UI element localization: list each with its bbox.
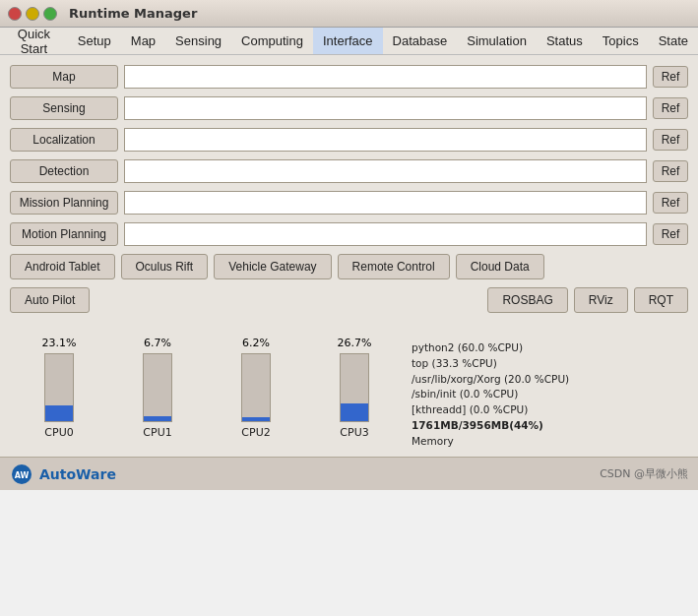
vehicle-gateway-button[interactable]: Vehicle Gateway: [214, 254, 331, 279]
mission-planning-ref-button[interactable]: Ref: [653, 192, 688, 214]
sensing-ref-button[interactable]: Ref: [653, 97, 688, 119]
cpu0-pct: 23.1%: [42, 337, 77, 349]
motion-planning-ref-button[interactable]: Ref: [653, 223, 688, 245]
cpu2-bar-container: [241, 353, 271, 422]
maximize-button[interactable]: [43, 7, 57, 21]
cpu2-bar-fill: [242, 417, 270, 421]
cpu0-label: CPU0: [44, 426, 73, 439]
cpu3-bar-fill: [341, 403, 368, 421]
svg-text:AW: AW: [15, 471, 30, 480]
menu-setup[interactable]: Setup: [68, 28, 121, 54]
process-line-1: top (33.3 %CPU): [412, 356, 680, 372]
sensing-button[interactable]: Sensing: [10, 96, 118, 120]
memory-value: 1761MB/3956MB(44%): [412, 418, 680, 434]
cpu1-label: CPU1: [143, 426, 171, 439]
cpu2-col: 6.2% CPU2: [207, 337, 305, 439]
auto-pilot-button[interactable]: Auto Pilot: [10, 287, 90, 313]
csdn-label: CSDN @早微小熊: [600, 466, 688, 481]
android-tablet-button[interactable]: Android Tablet: [10, 254, 115, 279]
cpu-section: 23.1% CPU0 6.7% CPU1 6.2% CPU2 26.7% CPU…: [0, 331, 698, 457]
localization-ref-button[interactable]: Ref: [653, 129, 688, 151]
close-button[interactable]: [8, 7, 22, 21]
cpu3-label: CPU3: [340, 426, 368, 439]
row-sensing: Sensing Ref: [10, 96, 688, 120]
autoware-label: AutoWare: [39, 466, 116, 482]
process-line-3: /sbin/init (0.0 %CPU): [412, 387, 680, 402]
menu-computing[interactable]: Computing: [231, 28, 313, 54]
cloud-data-button[interactable]: Cloud Data: [456, 254, 544, 279]
detection-button[interactable]: Detection: [10, 159, 118, 183]
content-area: Map Ref Sensing Ref Localization Ref Det…: [0, 55, 698, 331]
menu-topics[interactable]: Topics: [593, 28, 649, 54]
row-detection: Detection Ref: [10, 159, 688, 183]
process-line-0: python2 (60.0 %CPU): [412, 340, 680, 356]
rqt-button[interactable]: RQT: [634, 287, 688, 313]
menu-simulation[interactable]: Simulation: [457, 28, 537, 54]
menu-interface[interactable]: Interface: [313, 28, 383, 54]
process-line-4: [kthreadd] (0.0 %CPU): [412, 402, 680, 418]
memory-label: Memory: [412, 434, 680, 450]
row-mission-planning: Mission Planning Ref: [10, 191, 688, 215]
menu-map[interactable]: Map: [121, 28, 165, 54]
motion-planning-button[interactable]: Motion Planning: [10, 222, 118, 246]
motion-planning-input[interactable]: [124, 222, 647, 246]
remote-control-button[interactable]: Remote Control: [338, 254, 450, 279]
cpu2-pct: 6.2%: [242, 337, 270, 349]
minimize-button[interactable]: [26, 7, 39, 21]
process-info: python2 (60.0 %CPU) top (33.3 %CPU) /usr…: [404, 337, 688, 453]
row-localization: Localization Ref: [10, 128, 688, 152]
map-button[interactable]: Map: [10, 65, 118, 89]
window-title: Runtime Manager: [69, 6, 197, 21]
autopilot-buttons-row: Auto Pilot ROSBAG RViz RQT: [10, 287, 688, 313]
cpu3-bar-container: [340, 353, 369, 422]
row-map: Map Ref: [10, 65, 688, 89]
cpu3-col: 26.7% CPU3: [305, 337, 404, 439]
localization-input[interactable]: [124, 128, 647, 152]
rosbag-button[interactable]: ROSBAG: [487, 287, 567, 313]
menu-quick-start[interactable]: Quick Start: [0, 28, 68, 54]
cpu0-bar-fill: [45, 405, 73, 421]
cpu1-col: 6.7% CPU1: [108, 337, 207, 439]
cpu0-bar-container: [44, 353, 74, 422]
menu-sensing[interactable]: Sensing: [165, 28, 231, 54]
oculus-rift-button[interactable]: Oculus Rift: [121, 254, 209, 279]
localization-button[interactable]: Localization: [10, 128, 118, 152]
detection-input[interactable]: [124, 159, 647, 183]
process-line-2: /usr/lib/xorg/Xorg (20.0 %CPU): [412, 372, 680, 388]
detection-ref-button[interactable]: Ref: [653, 160, 688, 182]
menu-database[interactable]: Database: [383, 28, 458, 54]
window-controls: [8, 7, 57, 21]
row-motion-planning: Motion Planning Ref: [10, 222, 688, 246]
sensing-input[interactable]: [124, 96, 647, 120]
map-ref-button[interactable]: Ref: [653, 66, 688, 88]
menu-state[interactable]: State: [649, 28, 698, 54]
action-buttons-row: Android Tablet Oculus Rift Vehicle Gatew…: [10, 254, 688, 279]
cpu3-pct: 26.7%: [338, 337, 372, 349]
cpu1-bar-container: [143, 353, 172, 422]
cpu0-col: 23.1% CPU0: [10, 337, 108, 439]
menu-status[interactable]: Status: [537, 28, 593, 54]
mission-planning-input[interactable]: [124, 191, 647, 215]
title-bar: Runtime Manager: [0, 0, 698, 28]
map-input[interactable]: [124, 65, 647, 89]
cpu1-bar-fill: [144, 416, 171, 421]
mission-planning-button[interactable]: Mission Planning: [10, 191, 118, 215]
rviz-button[interactable]: RViz: [574, 287, 628, 313]
menu-bar: Quick Start Setup Map Sensing Computing …: [0, 28, 698, 55]
cpu1-pct: 6.7%: [144, 337, 171, 349]
cpu2-label: CPU2: [241, 426, 270, 439]
autoware-logo: AW AutoWare: [10, 462, 116, 486]
footer-bar: AW AutoWare CSDN @早微小熊: [0, 457, 698, 490]
autoware-logo-icon: AW: [10, 462, 33, 486]
